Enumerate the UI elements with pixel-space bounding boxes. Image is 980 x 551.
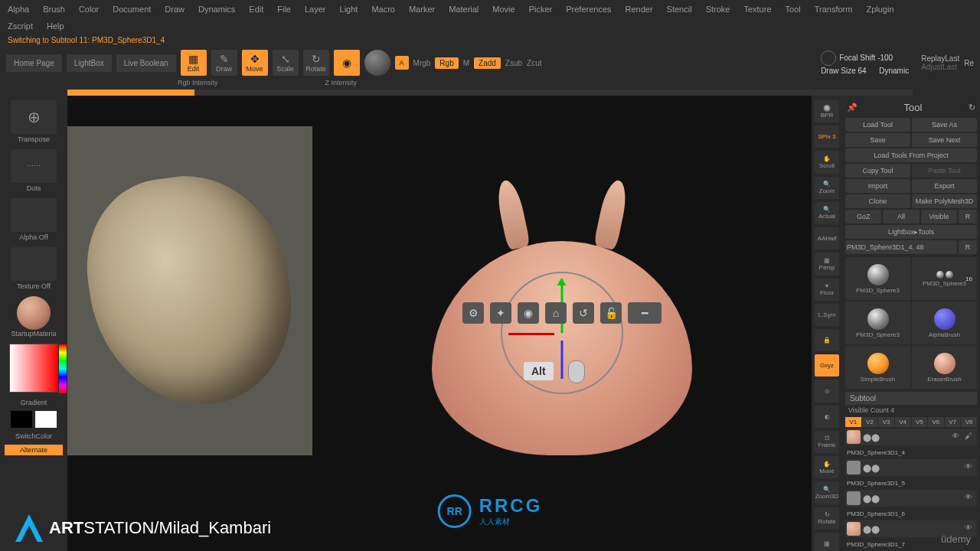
tool-thumb-1[interactable]: PM3D_Sphere3 xyxy=(845,257,910,300)
menu-layer[interactable]: Layer xyxy=(305,5,326,14)
zoom-button[interactable]: 🔍Zoom xyxy=(815,177,839,199)
menu-edit[interactable]: Edit xyxy=(249,5,263,14)
swatch-white[interactable] xyxy=(35,411,57,428)
viewport-3d[interactable]: ⚙ ✦ ◉ ⌂ ↺ 🔓 ━ Alt xyxy=(312,96,812,551)
rgb-toggle[interactable]: Rgb xyxy=(435,57,458,69)
tool-thumb-5[interactable]: SimpleBrush xyxy=(845,346,910,389)
swatch-black[interactable] xyxy=(11,411,32,428)
layer-tab-v7[interactable]: V7 xyxy=(945,417,961,427)
save-as-button[interactable]: Save As xyxy=(912,118,977,132)
all-button[interactable]: All xyxy=(883,210,919,223)
xyz-button[interactable]: Gxyz xyxy=(815,354,839,377)
aahalf-button[interactable]: AAHalf xyxy=(815,227,839,249)
replay-last-button[interactable]: ReplayLast xyxy=(921,54,959,63)
color-gradient-icon[interactable] xyxy=(9,344,58,393)
actual-button[interactable]: 🔍Actual xyxy=(815,202,839,224)
home-page-button[interactable]: Home Page xyxy=(6,54,62,72)
rotate-mode-button[interactable]: ↻Rotate xyxy=(303,50,329,76)
zcut-toggle[interactable]: Zcut xyxy=(527,59,541,67)
transform-gizmo[interactable]: Alt xyxy=(501,272,623,394)
marker-icon[interactable]: ◉ xyxy=(518,302,539,324)
menu-file[interactable]: File xyxy=(277,5,291,14)
sphere-icon[interactable] xyxy=(364,50,390,76)
gizmo-button[interactable]: ◉ xyxy=(334,50,360,76)
mrgb-label[interactable]: Mrgb xyxy=(413,59,431,67)
transpose-tool[interactable]: ⊕ Transpose xyxy=(5,99,63,145)
tool-thumb-3[interactable]: PM3D_Sphere3 xyxy=(845,302,910,344)
menu-tool[interactable]: Tool xyxy=(786,5,801,14)
menu-texture[interactable]: Texture xyxy=(743,5,771,14)
paste-tool-button[interactable]: Paste Tool xyxy=(912,164,977,178)
clone-button[interactable]: Clone xyxy=(845,194,910,208)
spix-button[interactable]: SPix 3 xyxy=(815,126,839,148)
menu-picker[interactable]: Picker xyxy=(529,5,553,14)
local-button[interactable]: 🔒 xyxy=(815,329,839,351)
tool-thumb-2[interactable]: 16PM3D_Sphere3 xyxy=(912,257,977,300)
pin-icon[interactable]: 📌 xyxy=(847,103,858,112)
save-button[interactable]: Save xyxy=(845,133,910,147)
persp-button[interactable]: ▦Persp xyxy=(815,253,839,275)
lightbox-button[interactable]: LightBox xyxy=(67,54,112,72)
visible-button[interactable]: Visible xyxy=(921,210,957,223)
menu-render[interactable]: Render xyxy=(626,5,653,14)
subtool-header[interactable]: Subtool xyxy=(845,392,977,405)
home-icon[interactable]: ⌂ xyxy=(545,302,567,324)
eye-icon[interactable]: 👁 xyxy=(952,432,962,442)
lasso-button[interactable]: ⊙ xyxy=(815,380,839,402)
menu-alpha[interactable]: Alpha xyxy=(8,5,29,14)
bpr-button[interactable]: 🔘BPR xyxy=(815,100,839,122)
scale-mode-button[interactable]: ⤡Scale xyxy=(273,50,299,76)
layer-tab-v4[interactable]: V4 xyxy=(895,417,911,427)
menu-stencil[interactable]: Stencil xyxy=(667,5,692,14)
gizmo-axis-z[interactable] xyxy=(561,341,564,379)
scroll-button[interactable]: ✋Scroll xyxy=(815,151,839,173)
layer-tab-v6[interactable]: V6 xyxy=(928,417,944,427)
import-button[interactable]: Import xyxy=(845,179,910,193)
slider-icon[interactable]: ━ xyxy=(628,302,662,324)
canvas-area[interactable]: ⚙ ✦ ◉ ⌂ ↺ 🔓 ━ Alt xyxy=(67,96,812,551)
r2-button[interactable]: R xyxy=(959,240,977,254)
color-picker[interactable] xyxy=(5,342,63,394)
live-boolean-button[interactable]: Live Boolean xyxy=(116,54,176,72)
subtool-item-0-row[interactable]: ⬤⬤👁🖌 xyxy=(845,429,977,445)
draw-mode-button[interactable]: ✎Draw xyxy=(211,50,237,76)
layer-tab-v1[interactable]: V1 xyxy=(845,417,861,427)
lightbox-tools-button[interactable]: Lightbox▸Tools xyxy=(845,225,977,239)
menu-movie[interactable]: Movie xyxy=(492,5,514,14)
a-toggle[interactable]: A xyxy=(395,56,409,70)
subtool-item-1[interactable]: PM3D_Sphere3D1_5 xyxy=(845,477,977,489)
menu-preferences[interactable]: Preferences xyxy=(566,5,611,14)
zoom3d-button[interactable]: 🔍Zoom3D xyxy=(815,481,839,504)
gear-icon[interactable]: ⚙ xyxy=(462,302,484,324)
layer-tab-v2[interactable]: V2 xyxy=(862,417,878,427)
adjust-last-button[interactable]: AdjustLast xyxy=(921,63,959,71)
reset-icon[interactable]: ↺ xyxy=(573,302,594,324)
texture-slot[interactable]: Texture Off xyxy=(5,246,63,292)
subtool-item-0[interactable]: PM3D_Sphere3D1_4 xyxy=(845,446,977,458)
tool-thumb-6[interactable]: EraserBrush xyxy=(912,346,977,389)
layer-tab-v5[interactable]: V5 xyxy=(912,417,928,427)
r-button[interactable]: R xyxy=(959,210,977,223)
current-tool-label[interactable]: PM3D_Sphere3D1_4. 48 xyxy=(845,240,957,254)
menu-color[interactable]: Color xyxy=(79,5,99,14)
menu-document[interactable]: Document xyxy=(113,5,151,14)
gizmo-axis-x[interactable] xyxy=(508,333,554,335)
rgb-intensity-label[interactable]: Rgb Intensity xyxy=(178,79,218,86)
load-tool-button[interactable]: Load Tool xyxy=(845,118,910,132)
switch-color-button[interactable]: SwitchColor xyxy=(5,431,63,442)
menu-transform[interactable]: Transform xyxy=(815,5,853,14)
draw-size-slider[interactable]: Draw Size 64 Dynamic xyxy=(821,67,909,75)
menu-material[interactable]: Material xyxy=(449,5,479,14)
menu-zplugin[interactable]: Zplugin xyxy=(866,5,893,14)
material-slot[interactable]: StartupMateria xyxy=(5,295,63,339)
subtool-item-2[interactable]: PM3D_Sphere3D1_6 xyxy=(845,507,977,520)
polymesh-button[interactable]: Make PolyMesh3D xyxy=(912,194,977,208)
save-next-button[interactable]: Save Next xyxy=(912,133,977,147)
menu-light[interactable]: Light xyxy=(340,5,358,14)
export-button[interactable]: Export xyxy=(912,179,977,193)
stroke-dots[interactable]: ⋯⋯ Dots xyxy=(5,148,63,194)
menu-zscript[interactable]: Zscript xyxy=(8,21,33,31)
visible-count[interactable]: Visible Count 4 xyxy=(845,405,977,416)
goz-button[interactable]: GoZ xyxy=(845,210,881,223)
menu-brush[interactable]: Brush xyxy=(43,5,65,14)
